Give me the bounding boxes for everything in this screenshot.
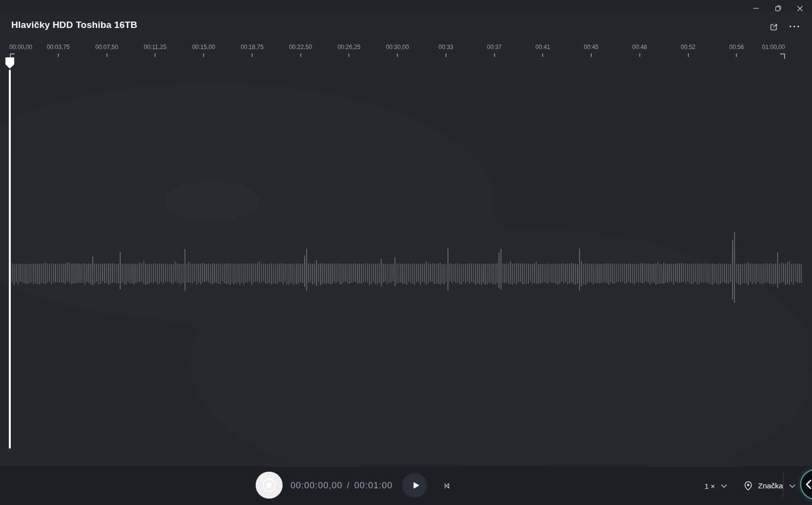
minimize-button[interactable] [745,0,767,17]
play-icon [410,480,421,491]
collapse-panel-button[interactable] [800,469,812,500]
transport-bar: 00:00:00,00 / 00:01:00 1 × Značka [0,466,812,505]
ruler-tick [780,53,785,59]
close-icon [797,5,803,12]
total-duration: 00:01:00 [354,480,393,491]
ruler-tick-label: 01:00,00 [762,44,785,50]
chevron-down-icon [721,484,727,488]
skip-to-start-button[interactable] [440,480,454,492]
share-icon [769,22,779,32]
ruler-tick-label: 00:22,50 [289,44,312,50]
timeline-ruler: 00:00,0000:03,7500:07,5000:11,2500:15,00… [0,44,812,59]
marker-label: Značka [758,481,783,490]
minimize-icon [753,5,760,12]
playhead-line[interactable] [9,70,11,449]
ruler-tick [58,53,59,57]
restore-button[interactable] [767,0,789,17]
elapsed-time: 00:00:00,00 [290,480,342,491]
ruler-tick [252,53,253,57]
close-button[interactable] [789,0,811,17]
play-button[interactable] [402,473,427,498]
ruler-tick-label: 00:00,00 [9,44,32,50]
playback-speed-control[interactable]: 1 × [702,479,730,493]
marker-list-toggle[interactable] [786,480,799,492]
time-separator: / [347,480,350,491]
ruler-tick [591,53,592,57]
ruler-tick [445,53,446,57]
restore-icon [775,5,782,12]
share-button[interactable] [765,19,782,34]
ruler-tick [542,53,543,57]
record-icon [262,479,276,492]
waveform[interactable] [0,0,812,466]
skip-to-start-icon [443,480,451,491]
ruler-tick [155,53,156,57]
recording-title: Hlavičky HDD Toshiba 16TB [11,20,137,30]
chevron-left-icon [805,479,812,490]
ruler-tick-label: 00:37 [487,44,501,50]
ruler-tick-label: 00:26,25 [338,44,361,50]
record-button[interactable] [256,472,283,499]
ruler-tick-label: 00:11,25 [144,44,166,50]
app-window: Hlavičky HDD Toshiba 16TB 00:00,0000:03,… [0,0,812,505]
time-display: 00:00:00,00 / 00:01:00 [290,466,393,505]
ruler-tick-label: 00:56 [729,44,744,50]
ruler-tick [106,53,107,57]
ruler-tick-label: 00:30,00 [386,44,409,50]
ruler-tick-label: 00:33 [439,44,453,50]
ruler-tick [639,53,640,57]
ruler-tick-label: 00:18,75 [240,44,263,50]
ruler-tick [688,53,689,57]
ruler-tick-label: 00:15,00 [192,44,215,50]
divider [783,473,784,497]
ruler-tick-label: 00:41 [535,44,550,50]
ruler-tick [300,53,301,57]
ruler-tick-label: 00:48 [632,44,647,50]
more-options-button[interactable] [786,19,803,34]
ruler-tick-label: 00:03,75 [47,44,70,50]
ruler-tick [736,53,737,57]
ruler-tick [203,53,204,57]
ruler-tick-label: 00:52 [681,44,695,50]
window-controls [745,0,811,17]
ruler-tick [494,53,495,57]
more-horizontal-icon [789,25,800,28]
map-pin-icon [743,480,754,491]
add-marker-button[interactable]: Značka [740,478,786,494]
ruler-tick-label: 00:07,50 [95,44,118,50]
ruler-tick [348,53,349,57]
ruler-tick-label: 00:45 [584,44,599,50]
speed-label: 1 × [705,482,715,490]
chevron-down-icon [789,484,796,488]
ruler-tick [397,53,398,57]
